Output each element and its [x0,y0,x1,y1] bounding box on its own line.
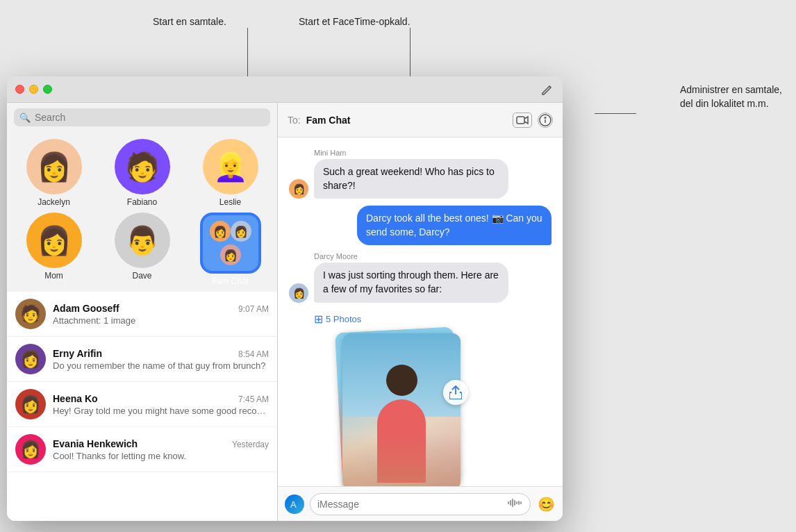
minimize-button[interactable] [29,85,38,94]
annotation-facetime: Start et FaceTime-opkald. [299,15,411,29]
message-group-miniham: Mini Ham 👩 Such a great weekend! Who has… [289,149,552,199]
annotation-manage: Administrer en samtale, del din lokalite… [680,83,782,110]
contact-preview-adam: Attachment: 1 image [53,315,269,326]
chat-recipient: Fam Chat [306,115,507,126]
pinned-name-jackelyn: Jackelyn [38,197,70,207]
ann-line-start-conversation [247,28,248,76]
svg-rect-6 [508,501,509,504]
traffic-lights [15,85,52,94]
pinned-contact-dave[interactable]: 👨 Dave [101,213,183,286]
message-input-wrap[interactable] [310,493,531,515]
contact-preview-erny: Do you remember the name of that guy fro… [53,360,269,371]
contact-preview-heena: Hey! Gray told me you might have some go… [53,406,269,416]
svg-rect-11 [518,501,520,505]
svg-text:A: A [290,499,297,510]
svg-point-4 [545,117,546,118]
maximize-button[interactable] [43,85,52,94]
avatar-miniham: 👩 [289,179,308,199]
contact-list: 🧑 Adam Gooseff 9:07 AM Attachment: 1 ima… [7,292,277,521]
sender-name-darcy: Darcy Moore [289,252,552,260]
pinned-name-fabiano: Fabiano [127,197,157,207]
contact-preview-evania: Cool! Thanks for letting me know. [53,451,269,461]
pinned-name-dave: Dave [132,271,151,281]
search-icon: 🔍 [19,113,31,123]
contact-info-heena: Heena Ko 7:45 AM Hey! Gray told me you m… [53,393,269,416]
pinned-contact-leslie[interactable]: 👱‍♀️ Leslie [189,139,272,207]
photo-card-main [342,333,461,486]
contact-time-evania: Yesterday [232,440,269,449]
audio-icon[interactable] [508,498,523,510]
contact-time-heena: 7:45 AM [238,394,269,404]
annotation-start-conversation: Start en samtale. [153,15,226,29]
contact-item-adam[interactable]: 🧑 Adam Gooseff 9:07 AM Attachment: 1 ima… [7,292,277,337]
message-row-self: Darcy took all the best ones! 📷 Can you … [289,206,552,245]
compose-button[interactable] [540,83,554,97]
contact-name-erny: Erny Arifin [53,348,102,359]
sender-name-miniham: Mini Ham [289,149,552,157]
contact-item-erny[interactable]: 👩 Erny Arifin 8:54 AM Do you remember th… [7,337,277,382]
chat-panel: To: Fam Chat Mini Ham 👩 Such a great wee… [278,103,563,521]
photos-avatar-spacer [289,330,308,349]
message-input[interactable] [317,499,502,510]
appstore-button[interactable]: A [285,494,304,514]
message-row-miniham: 👩 Such a great weekend! Who has pics to … [289,159,552,199]
contact-name-adam: Adam Gooseff [53,303,119,314]
message-group-darcy: Darcy Moore 👩 I was just sorting through… [289,252,552,302]
pinned-contacts-grid: 👩 Jackelyn 🧑 Fabiano 👱‍♀️ Leslie [7,132,277,292]
bubble-miniham: Such a great weekend! Who has pics to sh… [314,159,508,199]
titlebar [7,76,563,103]
contact-info-erny: Erny Arifin 8:54 AM Do you remember the … [53,348,269,371]
message-row-darcy: 👩 I was just sorting through them. Here … [289,263,552,302]
photos-section: ⊞ 5 Photos [289,313,552,486]
svg-rect-8 [512,499,513,507]
pinned-contact-famchat[interactable]: 👩 👩 👩 Fam Chat [189,213,272,286]
svg-rect-12 [520,501,522,504]
search-input[interactable] [35,112,265,123]
pinned-contact-mom[interactable]: 👩 Mom [13,213,95,286]
svg-line-0 [549,86,551,88]
ann-line-manage [595,113,636,114]
message-group-self: Darcy took all the best ones! 📷 Can you … [289,206,552,245]
contact-info-adam: Adam Gooseff 9:07 AM Attachment: 1 image [53,303,269,326]
emoji-button[interactable]: 😊 [536,494,556,514]
bubble-darcy: I was just sorting through them. Here ar… [314,263,508,302]
contact-item-heena[interactable]: 👩 Heena Ko 7:45 AM Hey! Gray told me you… [7,382,277,427]
avatar-darcy: 👩 [289,283,308,303]
info-button[interactable] [538,113,553,128]
emoji-icon: 😊 [538,496,555,513]
content-area: 🔍 👩 Jackelyn 🧑 Fabiano [7,103,563,521]
pinned-contact-jackelyn[interactable]: 👩 Jackelyn [13,139,95,207]
contact-time-adam: 9:07 AM [238,304,269,314]
svg-rect-9 [514,500,515,506]
photos-grid [289,330,552,486]
photos-label: ⊞ 5 Photos [289,313,552,326]
close-button[interactable] [15,85,24,94]
chat-to-label: To: [288,115,301,126]
contact-time-erny: 8:54 AM [238,349,269,359]
sidebar: 🔍 👩 Jackelyn 🧑 Fabiano [7,103,278,521]
facetime-button[interactable] [513,113,532,128]
contact-info-evania: Evania Henkewich Yesterday Cool! Thanks … [53,438,269,461]
chat-header: To: Fam Chat [278,103,563,138]
pinned-name-famchat: Fam Chat [212,276,249,286]
search-input-wrap[interactable]: 🔍 [14,108,270,126]
search-bar: 🔍 [7,103,277,132]
contact-item-evania[interactable]: 👩 Evania Henkewich Yesterday Cool! Thank… [7,427,277,472]
pinned-name-mom: Mom [44,271,63,281]
pinned-contact-fabiano[interactable]: 🧑 Fabiano [101,139,183,207]
svg-rect-10 [516,501,517,504]
input-bar: A 😊 [278,486,563,521]
photo-stack[interactable] [339,330,464,486]
svg-rect-1 [517,117,524,124]
svg-rect-7 [510,500,511,506]
contact-name-evania: Evania Henkewich [53,438,138,449]
share-button[interactable] [443,380,468,405]
contact-name-heena: Heena Ko [53,393,98,404]
pinned-name-leslie: Leslie [219,197,241,207]
main-window: 🔍 👩 Jackelyn 🧑 Fabiano [7,76,563,521]
ann-line-facetime [410,28,411,76]
bubble-self: Darcy took all the best ones! 📷 Can you … [357,206,552,245]
messages-area: Mini Ham 👩 Such a great weekend! Who has… [278,138,563,486]
